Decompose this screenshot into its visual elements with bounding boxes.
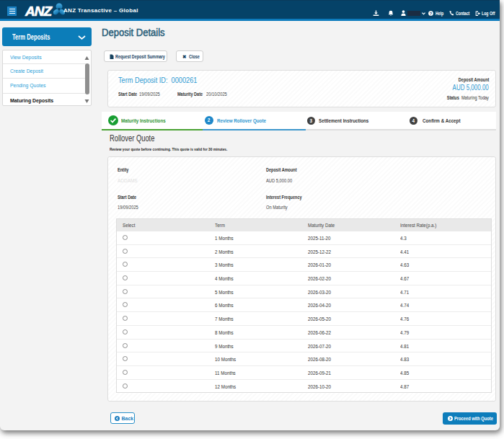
svg-text:?: ? bbox=[430, 12, 433, 16]
